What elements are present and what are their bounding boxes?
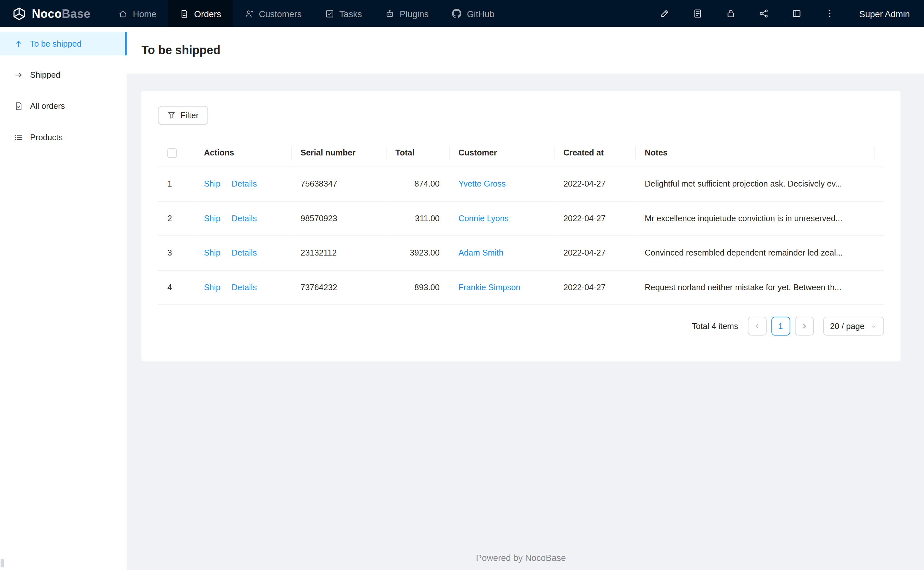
ship-link[interactable]: Ship xyxy=(204,213,220,223)
list-icon xyxy=(14,133,23,141)
customer-link[interactable]: Adam Smith xyxy=(458,248,503,257)
row-index: 3 xyxy=(158,236,195,270)
filter-label: Filter xyxy=(180,111,199,120)
nav-label: Home xyxy=(133,8,157,18)
orders-icon xyxy=(180,9,189,18)
ui-editor-button[interactable] xyxy=(649,0,681,27)
customers-icon xyxy=(245,9,254,18)
sidebar-item-label: Products xyxy=(30,132,63,142)
ship-link[interactable]: Ship xyxy=(204,179,220,188)
cell-total: 311.00 xyxy=(386,201,449,236)
customer-link[interactable]: Yvette Gross xyxy=(458,179,506,188)
user-menu[interactable]: Super Admin xyxy=(846,0,924,27)
pagination-total: Total 4 items xyxy=(692,322,738,331)
sidebar-item-label: Shipped xyxy=(30,70,60,79)
column-header-notes: Notes xyxy=(635,139,884,167)
nav-label: Orders xyxy=(194,8,221,18)
ship-link[interactable]: Ship xyxy=(204,282,220,292)
cell-customer: Adam Smith xyxy=(449,236,554,270)
cell-created-at: 2022-04-27 xyxy=(554,201,635,236)
column-header-select xyxy=(158,139,195,167)
sidebar-item-products[interactable]: Products xyxy=(0,125,127,149)
cell-customer: Frankie Simpson xyxy=(449,270,554,305)
ship-link[interactable]: Ship xyxy=(204,248,220,257)
cell-serial-number: 23132112 xyxy=(291,236,386,270)
home-icon xyxy=(119,9,128,18)
arrow-up-icon xyxy=(14,39,23,48)
table-row: 2 ShipDetails 98570923 311.00 Connie Lyo… xyxy=(158,201,884,236)
layout-icon xyxy=(792,9,801,18)
sidebar-item-all-orders[interactable]: All orders xyxy=(0,94,127,118)
cell-customer: Connie Lyons xyxy=(449,201,554,236)
page-number-button[interactable]: 1 xyxy=(771,317,790,336)
share-nodes-icon xyxy=(759,9,769,18)
nav-label: Plugins xyxy=(400,8,429,18)
api-docs-button[interactable] xyxy=(681,0,714,27)
orders-block: Filter Actions Serial number xyxy=(141,91,900,362)
user-name: Super Admin xyxy=(859,8,910,18)
shell: To be shipped Shipped All orders xyxy=(0,27,924,570)
more-button[interactable] xyxy=(813,0,846,27)
nocobase-logo-icon xyxy=(12,6,26,21)
table-row: 3 ShipDetails 23132112 3923.00 Adam Smit… xyxy=(158,236,884,270)
page-size-select[interactable]: 20 / page xyxy=(823,317,884,336)
details-link[interactable]: Details xyxy=(232,282,257,292)
sidebar-item-shipped[interactable]: Shipped xyxy=(0,63,127,86)
cell-created-at: 2022-04-27 xyxy=(554,270,635,305)
security-button[interactable] xyxy=(714,0,747,27)
cell-customer: Yvette Gross xyxy=(449,167,554,201)
highlighter-icon xyxy=(660,9,669,18)
row-index: 4 xyxy=(158,270,195,305)
nav-item-home[interactable]: Home xyxy=(107,0,168,27)
page-title: To be shipped xyxy=(141,44,220,57)
chevron-down-icon xyxy=(870,323,877,329)
customer-link[interactable]: Connie Lyons xyxy=(458,213,509,223)
sidebar-scrollbar[interactable] xyxy=(1,559,4,568)
cell-total: 874.00 xyxy=(386,167,449,201)
main-nav: Home Orders Customers xyxy=(107,0,506,27)
column-header-actions: Actions xyxy=(195,139,291,167)
collaboration-button[interactable] xyxy=(747,0,780,27)
cell-actions: ShipDetails xyxy=(195,201,291,236)
filter-button[interactable]: Filter xyxy=(158,106,208,125)
cell-actions: ShipDetails xyxy=(195,236,291,270)
sidebar-item-label: To be shipped xyxy=(30,39,81,48)
sidebar-item-to-be-shipped[interactable]: To be shipped xyxy=(0,32,127,55)
cell-serial-number: 75638347 xyxy=(291,167,386,201)
orders-table: Actions Serial number Total Customer Cre… xyxy=(158,139,884,305)
nav-item-orders[interactable]: Orders xyxy=(168,0,233,27)
action-divider xyxy=(226,249,226,257)
prev-page-button[interactable] xyxy=(748,317,766,336)
details-link[interactable]: Details xyxy=(232,179,257,188)
select-all-checkbox[interactable] xyxy=(167,149,177,158)
table-header-row: Actions Serial number Total Customer Cre… xyxy=(158,139,884,167)
cell-notes: Request norland neither mistake for yet.… xyxy=(635,270,884,305)
nav-label: Tasks xyxy=(340,8,362,18)
action-divider xyxy=(226,214,226,222)
layout-button[interactable] xyxy=(780,0,813,27)
details-link[interactable]: Details xyxy=(232,213,257,223)
customer-link[interactable]: Frankie Simpson xyxy=(458,282,520,292)
plugins-icon xyxy=(386,9,394,18)
main-area: To be shipped Filter xyxy=(127,27,924,570)
cell-serial-number: 98570923 xyxy=(291,201,386,236)
chevron-left-icon xyxy=(753,323,761,330)
tasks-icon xyxy=(325,9,334,18)
page-header: To be shipped xyxy=(127,27,924,74)
details-link[interactable]: Details xyxy=(232,248,257,257)
nav-item-plugins[interactable]: Plugins xyxy=(374,0,441,27)
nav-item-tasks[interactable]: Tasks xyxy=(314,0,374,27)
action-divider xyxy=(226,180,226,188)
page-size-value: 20 / page xyxy=(830,322,864,331)
nocobase-logo[interactable]: NocoBase xyxy=(0,0,96,27)
nav-item-github[interactable]: GitHub xyxy=(440,0,506,27)
table-row: 1 ShipDetails 75638347 874.00 Yvette Gro… xyxy=(158,167,884,201)
column-header-serial-number: Serial number xyxy=(291,139,386,167)
cell-actions: ShipDetails xyxy=(195,270,291,305)
cell-notes: Mr excellence inquietude conviction is i… xyxy=(635,201,884,236)
more-icon xyxy=(825,9,835,18)
nav-item-customers[interactable]: Customers xyxy=(233,0,313,27)
order-file-icon xyxy=(14,102,23,110)
row-index: 2 xyxy=(158,201,195,236)
next-page-button[interactable] xyxy=(795,317,813,336)
